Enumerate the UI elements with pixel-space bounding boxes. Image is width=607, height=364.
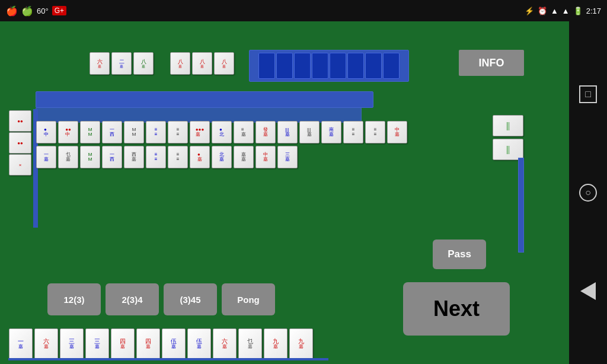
apple-icon-2: 🍏 xyxy=(21,5,33,17)
player-tile[interactable]: 伍嘉 xyxy=(162,328,186,359)
player-tile[interactable]: 四嘉 xyxy=(136,328,160,359)
tile[interactable]: 二嘉 xyxy=(111,52,132,75)
tile[interactable]: |||嘉 xyxy=(277,121,298,143)
tile[interactable]: ●北 xyxy=(212,121,232,143)
bluetooth-icon: ⚡ xyxy=(525,7,534,15)
tile[interactable]: 一嘉 xyxy=(36,146,56,168)
tile[interactable]: ≡≡ xyxy=(168,146,188,168)
tile[interactable]: 一西 xyxy=(102,121,122,143)
player-tile[interactable]: 伍嘉 xyxy=(187,328,211,359)
player-tile[interactable]: 三嘉 xyxy=(60,328,84,359)
tile[interactable]: 三嘉 xyxy=(277,146,298,168)
tile[interactable]: ≡≡ xyxy=(343,121,363,143)
tile[interactable]: |||嘉 xyxy=(299,121,320,143)
tile[interactable]: MM xyxy=(80,121,100,143)
player-tile[interactable]: 九嘉 xyxy=(289,328,313,359)
main-tile-row-2: 一嘉 乜嘉 MM 一西 西嘉 ≡≡ ≡≡ ●嘉 北嘉 嘉嘉 中嘉 三嘉 xyxy=(36,146,298,168)
alarm-icon: ⏰ xyxy=(538,7,547,15)
tile[interactable]: 八嘉 xyxy=(133,52,154,75)
info-button[interactable]: INFO xyxy=(459,50,524,76)
tile[interactable]: 中嘉 xyxy=(387,121,407,143)
pass-button[interactable]: Pass xyxy=(433,240,486,269)
tile[interactable]: 乜嘉 xyxy=(58,146,78,168)
tile[interactable]: 西嘉 xyxy=(124,146,144,168)
tile[interactable]: |||||| xyxy=(493,139,523,160)
player-tile[interactable]: 三嘉 xyxy=(85,328,109,359)
tile[interactable]: 中嘉 xyxy=(255,146,276,168)
network-icon: ▲ xyxy=(562,7,570,15)
middle-blue-top xyxy=(36,91,373,108)
tile[interactable]: 八嘉 xyxy=(214,52,234,75)
btn-3-45[interactable]: (3)45 xyxy=(164,283,217,315)
tile[interactable]: |||||| xyxy=(493,115,523,136)
tile[interactable]: ≡≡ xyxy=(146,146,166,168)
left-vertical-tiles: ●● ●● × xyxy=(8,110,31,175)
battery-icon: 🔋 xyxy=(573,7,583,15)
apple-icon-1: 🍎 xyxy=(6,5,18,17)
right-tiles: |||||| |||||| xyxy=(492,115,524,160)
tile[interactable]: MM xyxy=(80,146,100,168)
tile[interactable]: 南嘉 xyxy=(321,121,341,143)
player-tile[interactable]: 乜嘉 xyxy=(238,328,262,359)
top-blue-tiles xyxy=(249,50,409,82)
tile-group-1: 六嘉 二嘉 八嘉 xyxy=(89,52,154,75)
main-tile-row-1: ●中 ●●中 MM 一西 MM ≡≡ ≡≡ ●●●嘉 ●北 ≡嘉 發嘉 |||嘉… xyxy=(36,121,408,143)
tile[interactable]: ●● xyxy=(9,132,31,154)
tile[interactable]: ≡≡ xyxy=(365,121,385,143)
square-nav-icon[interactable]: □ xyxy=(579,85,597,103)
tile-group-2: 八嘉 八嘉 八嘉 xyxy=(170,52,235,75)
tile[interactable]: 八嘉 xyxy=(170,52,190,75)
tile[interactable]: ●●中 xyxy=(58,121,78,143)
action-buttons: 12(3) 2(3)4 (3)45 Pong xyxy=(47,283,275,315)
back-nav-icon[interactable] xyxy=(580,282,596,300)
btn-12-3[interactable]: 12(3) xyxy=(47,283,101,315)
player-tile[interactable]: 六嘉 xyxy=(213,328,237,359)
tile[interactable]: 八嘉 xyxy=(192,52,212,75)
temperature: 60° xyxy=(37,7,49,15)
player-tile[interactable]: 四嘉 xyxy=(111,328,135,359)
tile[interactable]: ≡≡ xyxy=(146,121,166,143)
circle-nav-icon[interactable]: ○ xyxy=(579,184,597,202)
status-bar: 🍎 🍏 60° G+ ⚡ ⏰ ▲ ▲ 🔋 2:17 xyxy=(0,0,607,21)
tile[interactable]: ≡≡ xyxy=(168,121,188,143)
tile[interactable]: ●●●嘉 xyxy=(190,121,210,143)
tile[interactable]: ●● xyxy=(9,110,31,132)
btn-2-3-4[interactable]: 2(3)4 xyxy=(106,283,159,315)
player-tile[interactable]: 一嘉 xyxy=(9,328,33,359)
gplus-icon: G+ xyxy=(52,6,66,15)
tile[interactable]: 發嘉 xyxy=(255,121,276,143)
tile[interactable]: 北嘉 xyxy=(212,146,232,168)
tile[interactable]: ≡嘉 xyxy=(234,121,254,143)
tile[interactable]: 嘉嘉 xyxy=(234,146,254,168)
game-area: INFO 六嘉 二嘉 八嘉 八嘉 八嘉 八嘉 xyxy=(0,21,569,364)
player-tiles: 一嘉 六嘉 三嘉 三嘉 四嘉 四嘉 伍嘉 伍嘉 六嘉 乜嘉 九嘉 九嘉 xyxy=(8,328,314,359)
tile[interactable]: × xyxy=(9,154,31,175)
next-button[interactable]: Next xyxy=(403,282,510,336)
top-tiles-left: 六嘉 二嘉 八嘉 八嘉 八嘉 八嘉 xyxy=(89,52,235,75)
player-tile[interactable]: 六嘉 xyxy=(34,328,58,359)
signal-icon: ▲ xyxy=(551,7,558,15)
tile[interactable]: ●中 xyxy=(36,121,56,143)
btn-pong[interactable]: Pong xyxy=(222,283,275,315)
tile[interactable]: MM xyxy=(124,121,144,143)
player-tiles-underbar xyxy=(8,358,328,360)
tile[interactable]: 六嘉 xyxy=(90,52,110,75)
tile[interactable]: 一西 xyxy=(102,146,122,168)
nav-bar: □ ○ xyxy=(569,21,607,364)
tile[interactable]: ●嘉 xyxy=(190,146,210,168)
player-tile[interactable]: 九嘉 xyxy=(264,328,287,359)
right-blue-bar xyxy=(518,158,524,253)
clock: 2:17 xyxy=(586,7,601,15)
